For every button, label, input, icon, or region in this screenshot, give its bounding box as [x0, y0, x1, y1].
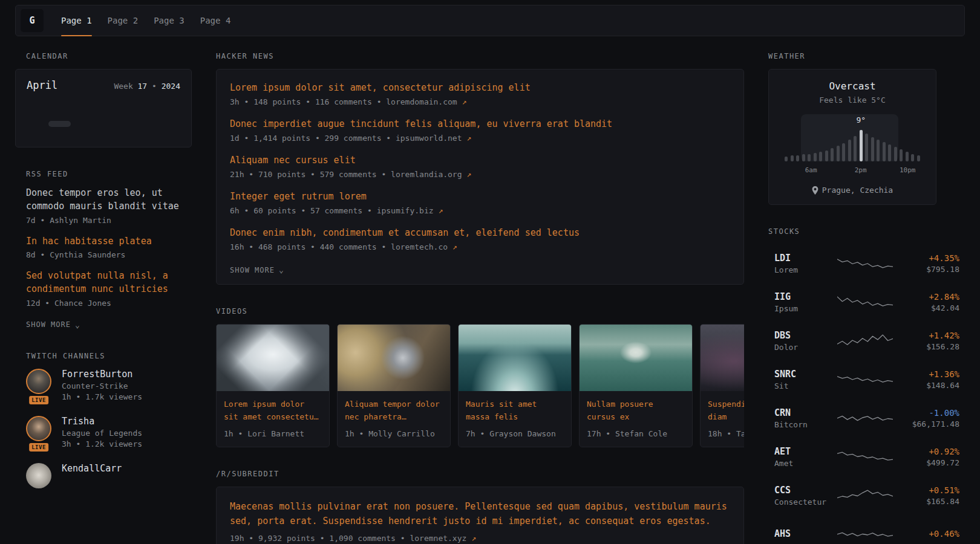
weather-hour-bar: [848, 140, 851, 161]
calendar-day: [114, 121, 136, 127]
external-link-icon: ↗: [466, 134, 471, 143]
stock-values: +2.84% $42.04: [893, 292, 959, 312]
stock-id: DBS Dolor: [774, 330, 837, 352]
weather-hour-bar: [906, 152, 909, 161]
source-link[interactable]: ipsumworld.net: [396, 134, 462, 143]
stock-row[interactable]: LDI Lorem +4.35% $795.18: [774, 244, 926, 283]
source-link[interactable]: loremlandia.org: [391, 170, 462, 179]
video-card[interactable]: Lorem ipsum dolor sit amet consectetu… 1…: [216, 324, 330, 447]
weather-widget-title: WEATHER: [768, 52, 936, 60]
video-body: Nullam posuere cursus ex 17h • Stefan Co…: [580, 391, 692, 447]
rss-show-more-button[interactable]: SHOW MORE⌄: [26, 320, 80, 329]
stock-values: -1.00% $66,171.48: [893, 408, 959, 429]
stock-ticker: CCS: [774, 485, 837, 496]
weather-location: Prague, Czechia: [779, 186, 926, 195]
hackernews-show-more-button[interactable]: SHOW MORE⌄: [230, 265, 284, 274]
avatar-wrap: LIVE: [26, 416, 53, 448]
app-logo[interactable]: G: [21, 9, 44, 32]
stock-id: SNRC Sit: [774, 369, 837, 390]
video-title[interactable]: Suspendisse diam: [708, 398, 744, 424]
stock-row[interactable]: AET Amet +0.92% $499.72: [774, 438, 926, 476]
stock-values: +1.42% $156.28: [893, 331, 959, 351]
weather-condition: Overcast: [779, 80, 926, 92]
source-link[interactable]: loremtech.co: [391, 242, 448, 251]
source-link[interactable]: ipsumify.biz: [377, 206, 434, 215]
video-card[interactable]: Mauris sit amet massa felis 7h • Grayson…: [458, 324, 572, 447]
videos-widget-title: VIDEOS: [216, 307, 744, 316]
middle-column: HACKER NEWS Lorem ipsum dolor sit amet, …: [216, 52, 744, 544]
channel-info: ForrestBurton Counter-Strike 1h • 1.7k v…: [62, 369, 142, 401]
stock-ticker: AHS: [774, 528, 837, 539]
stock-row[interactable]: CCS Consectetur +0.51% $165.84: [774, 476, 926, 515]
news-link[interactable]: Integer eget rutrum lorem: [230, 190, 730, 203]
source-link[interactable]: loremdomain.com: [386, 97, 457, 106]
page-tab[interactable]: Page 4: [192, 5, 239, 36]
stock-price: $499.72: [893, 458, 959, 467]
news-link[interactable]: Lorem ipsum dolor sit amet, consectetur …: [230, 82, 730, 94]
stock-row[interactable]: IIG Ipsum +2.84% $42.04: [774, 283, 926, 322]
weather-hour-bar: [819, 152, 822, 161]
rss-link[interactable]: Donec tempor eros leo, ut commodo mauris…: [26, 187, 192, 213]
page-tab[interactable]: Page 3: [146, 5, 192, 36]
video-meta: 1h • Lori Barnett: [224, 429, 322, 438]
rss-link[interactable]: Sed volutpat nulla nisl, a condimentum n…: [26, 270, 192, 296]
news-link[interactable]: Donec imperdiet augue tincidunt felis al…: [230, 118, 730, 131]
reddit-post-link[interactable]: Maecenas mollis pulvinar erat non posuer…: [230, 499, 730, 528]
calendar-day: [48, 121, 70, 127]
news-link[interactable]: Aliquam nec cursus elit: [230, 154, 730, 167]
stock-row[interactable]: CRN Bitcorn -1.00% $66,171.48: [774, 399, 926, 438]
video-title[interactable]: Lorem ipsum dolor sit amet consectetu…: [224, 398, 322, 424]
stock-row[interactable]: DBS Dolor +1.42% $156.28: [774, 322, 926, 360]
calendar-day: [27, 121, 48, 127]
stock-ticker: SNRC: [774, 369, 837, 380]
weather-hour-bar: [865, 134, 868, 161]
news-meta: 6h • 60 points • 57 comments • ipsumify.…: [230, 206, 730, 215]
video-card[interactable]: Nullam posuere cursus ex 17h • Stefan Co…: [579, 324, 693, 447]
stock-sparkline: [837, 371, 893, 389]
subreddit-widget-title: /R/SUBREDDIT: [216, 470, 744, 478]
live-badge: LIVE: [29, 443, 48, 452]
twitch-widget: TWITCH CHANNELS LIVE ForrestBurton Count…: [15, 352, 192, 488]
video-title[interactable]: Nullam posuere cursus ex: [587, 398, 685, 424]
stock-row[interactable]: SNRC Sit +1.36% $148.64: [774, 360, 926, 399]
weather-hour-bar: [802, 154, 805, 161]
rss-item: Donec tempor eros leo, ut commodo mauris…: [26, 187, 192, 225]
weather-hour-bar: [808, 154, 811, 161]
video-meta: 7h • Grayson Dawson: [466, 429, 564, 438]
week-label: Week: [114, 82, 132, 91]
chevron-down-icon: ⌄: [279, 265, 284, 274]
calendar-day: [114, 131, 136, 137]
stock-price: $165.84: [893, 497, 959, 506]
news-link[interactable]: Donec enim nibh, condimentum et accumsan…: [230, 227, 730, 239]
twitch-channel[interactable]: LIVE KendallCarr: [26, 463, 192, 488]
twitch-channel[interactable]: LIVE ForrestBurton Counter-Strike 1h • 1…: [26, 369, 192, 401]
channel-name: Trisha: [62, 416, 142, 427]
show-more-label: SHOW MORE: [26, 320, 71, 329]
stock-change: +1.36%: [893, 369, 959, 379]
rss-item: In hac habitasse platea 8d • Cynthia Sau…: [26, 235, 192, 260]
source-link[interactable]: loremnet.xyz: [410, 534, 466, 543]
page-tab[interactable]: Page 2: [100, 5, 146, 36]
calendar-year: 2024: [162, 82, 180, 91]
twitch-channel[interactable]: LIVE Trisha League of Legends 3h • 1.2k …: [26, 416, 192, 448]
stock-id: AET Amet: [774, 446, 837, 468]
calendar-day: [93, 111, 114, 117]
rss-link[interactable]: In hac habitasse platea: [26, 235, 192, 248]
video-card[interactable]: Aliquam tempor dolor nec pharetra… 1h • …: [337, 324, 451, 447]
page-tab[interactable]: Page 1: [53, 5, 100, 36]
weather-hour-bar: [854, 136, 857, 161]
location-pin-icon: [812, 186, 818, 195]
stock-row[interactable]: AHS +0.46%: [774, 515, 926, 544]
avatar: [26, 416, 51, 441]
stock-change: +0.46%: [893, 529, 959, 539]
calendar-day: [136, 111, 158, 117]
news-stats: 1d • 1,414 points • 299 comments •: [230, 134, 391, 143]
videos-widget: VIDEOS Lorem ipsum dolor sit amet consec…: [216, 307, 744, 447]
video-title[interactable]: Aliquam tempor dolor nec pharetra…: [345, 398, 443, 424]
video-title[interactable]: Mauris sit amet massa felis: [466, 398, 564, 424]
calendar-day: [136, 121, 158, 127]
video-card[interactable]: Suspendisse diam 18h • Tara: [700, 324, 744, 447]
weather-hour-bar: [791, 155, 794, 161]
weather-widget: WEATHER Overcast Feels like 5°C 9° 6am2p…: [768, 52, 936, 205]
week-number: 17: [138, 82, 148, 91]
